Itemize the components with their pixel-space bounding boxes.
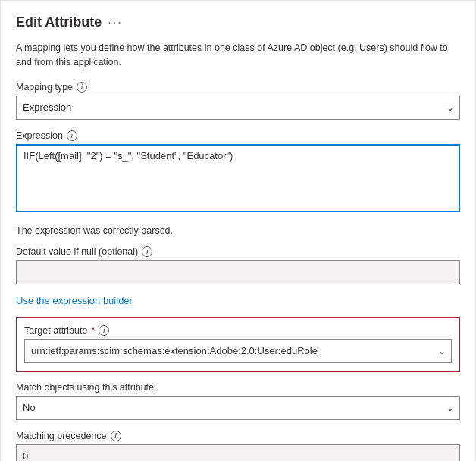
- required-indicator: *: [91, 325, 95, 336]
- description-text: A mapping lets you define how the attrib…: [16, 41, 460, 70]
- target-attribute-label: Target attribute * i: [24, 325, 452, 336]
- match-objects-select-wrapper: No Yes ⌄: [16, 396, 460, 420]
- target-attribute-group: Target attribute * i urn:ietf:params:sci…: [24, 325, 452, 363]
- expression-input[interactable]: [16, 144, 460, 212]
- parsed-success-text: The expression was correctly parsed.: [16, 225, 460, 236]
- mapping-type-select-wrapper: Expression Direct Constant ⌄: [16, 96, 460, 120]
- expression-label: Expression i: [16, 130, 460, 141]
- more-options-icon[interactable]: ···: [108, 16, 122, 30]
- expression-builder-link[interactable]: Use the expression builder: [16, 295, 133, 306]
- expression-group: Expression i: [16, 130, 460, 215]
- expression-info-icon[interactable]: i: [67, 130, 77, 141]
- matching-precedence-label: Matching precedence i: [16, 431, 460, 441]
- matching-precedence-input[interactable]: [16, 444, 460, 462]
- match-objects-select[interactable]: No Yes: [16, 396, 460, 420]
- matching-precedence-group: Matching precedence i: [16, 431, 460, 462]
- default-value-input[interactable]: [16, 260, 460, 284]
- matching-precedence-info-icon[interactable]: i: [111, 431, 121, 441]
- match-objects-group: Match objects using this attribute No Ye…: [16, 382, 460, 420]
- target-attribute-select[interactable]: urn:ietf:params:scim:schemas:extension:A…: [24, 339, 452, 363]
- default-value-info-icon[interactable]: i: [142, 246, 152, 257]
- panel-title: Edit Attribute: [16, 14, 102, 30]
- mapping-type-group: Mapping type i Expression Direct Constan…: [16, 82, 460, 120]
- target-attribute-select-wrapper: urn:ietf:params:scim:schemas:extension:A…: [24, 339, 452, 363]
- edit-attribute-panel: Edit Attribute ··· A mapping lets you de…: [0, 0, 476, 461]
- target-attribute-info-icon[interactable]: i: [99, 325, 109, 336]
- target-attribute-box: Target attribute * i urn:ietf:params:sci…: [16, 317, 460, 372]
- panel-header: Edit Attribute ···: [16, 14, 460, 30]
- match-objects-label: Match objects using this attribute: [16, 382, 460, 393]
- default-value-group: Default value if null (optional) i: [16, 246, 460, 284]
- mapping-type-info-icon[interactable]: i: [77, 82, 87, 93]
- mapping-type-label: Mapping type i: [16, 82, 460, 93]
- default-value-label: Default value if null (optional) i: [16, 246, 460, 257]
- mapping-type-select[interactable]: Expression Direct Constant: [16, 96, 460, 120]
